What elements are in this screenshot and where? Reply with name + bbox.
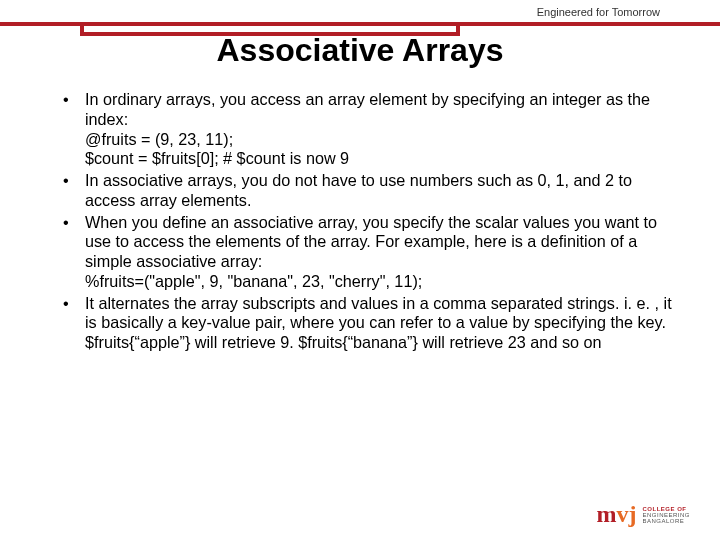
- bullet-text: When you define an associative array, yo…: [85, 213, 657, 271]
- content-area: In ordinary arrays, you access an array …: [55, 90, 675, 355]
- bullet-text: It alternates the array subscripts and v…: [85, 294, 672, 332]
- logo-line3: BANGALORE: [642, 518, 690, 524]
- page-title: Associative Arrays: [0, 32, 720, 69]
- logo-letter-vj: vj: [616, 501, 636, 528]
- bullet-sub: $fruits{“apple”} will retrieve 9. $fruit…: [85, 333, 675, 353]
- bullet-sub: @fruits = (9, 23, 11);: [85, 130, 675, 150]
- tagline: Engineered for Tomorrow: [537, 6, 660, 18]
- list-item: When you define an associative array, yo…: [55, 213, 675, 292]
- slide: Engineered for Tomorrow Associative Arra…: [0, 0, 720, 540]
- list-item: It alternates the array subscripts and v…: [55, 294, 675, 353]
- logo-mark: mvj: [596, 501, 636, 528]
- bullet-text: In ordinary arrays, you access an array …: [85, 90, 650, 128]
- logo-letter-m: m: [596, 501, 616, 528]
- logo: mvj COLLEGE OF ENGINEERING BANGALORE: [596, 501, 690, 528]
- bullet-sub: $count = $fruits[0]; # $count is now 9: [85, 149, 675, 169]
- list-item: In associative arrays, you do not have t…: [55, 171, 675, 211]
- list-item: In ordinary arrays, you access an array …: [55, 90, 675, 169]
- bullet-list: In ordinary arrays, you access an array …: [55, 90, 675, 353]
- bullet-sub: %fruits=("apple", 9, "banana", 23, "cher…: [85, 272, 675, 292]
- logo-text: COLLEGE OF ENGINEERING BANGALORE: [642, 506, 690, 524]
- bullet-text: In associative arrays, you do not have t…: [85, 171, 632, 209]
